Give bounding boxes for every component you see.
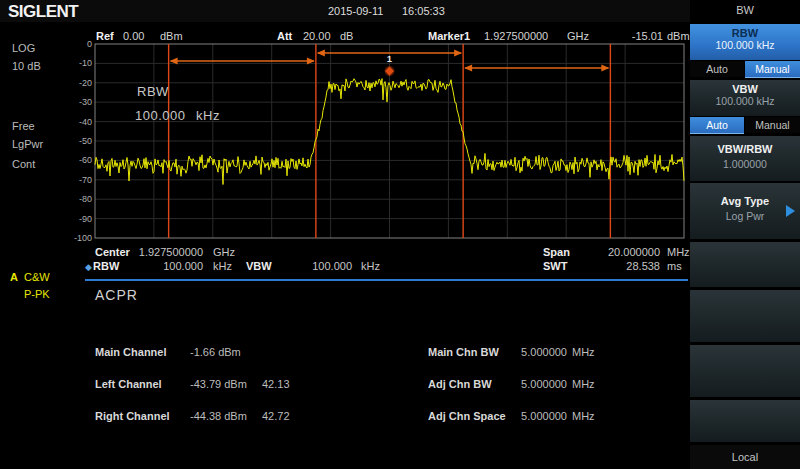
y-axis-label: -40 bbox=[52, 117, 92, 127]
marker-amp-unit: dBm bbox=[667, 30, 690, 42]
section-divider bbox=[85, 279, 688, 281]
marker-freq-unit: GHz bbox=[567, 30, 589, 42]
center-freq-label: Center bbox=[95, 246, 130, 258]
vbw-footer-value: 100.000 bbox=[280, 260, 352, 272]
att-value: 20.00 bbox=[303, 30, 331, 42]
spectrum-plot: 1 bbox=[0, 0, 800, 469]
ref-value: 0.00 bbox=[123, 30, 144, 42]
rbw-plot-annotation-value: 100.000 bbox=[135, 108, 186, 123]
y-axis-label: -100 bbox=[52, 233, 92, 243]
rbw-plot-annotation-label: RBW bbox=[137, 84, 169, 99]
rbw-footer-value: 100.000 bbox=[130, 260, 203, 272]
y-axis-label: 0 bbox=[52, 39, 92, 49]
swt-label: SWT bbox=[543, 260, 567, 272]
rbw-coupled-icon: ◆ bbox=[85, 262, 92, 272]
y-axis-label: -60 bbox=[52, 155, 92, 165]
att-label: Att bbox=[277, 30, 292, 42]
marker-readout-label: Marker1 bbox=[428, 30, 470, 42]
center-freq-unit: GHz bbox=[213, 246, 235, 258]
marker-freq-value: 1.927500000 bbox=[484, 30, 548, 42]
ref-unit: dBm bbox=[160, 30, 183, 42]
y-axis-label: -50 bbox=[52, 136, 92, 146]
ref-label: Ref bbox=[96, 30, 114, 42]
att-unit: dB bbox=[340, 30, 353, 42]
span-unit: MHz bbox=[667, 246, 690, 258]
center-freq-value: 1.927500000 bbox=[130, 246, 203, 258]
spectrum-analyzer-screen: SIGLENT 2015-09-11 16:05:33 LOG 10 dB Fr… bbox=[0, 0, 800, 469]
vbw-footer-unit: kHz bbox=[361, 260, 380, 272]
rbw-footer-unit: kHz bbox=[213, 260, 232, 272]
y-axis-label: -10 bbox=[52, 58, 92, 68]
vbw-footer-label: VBW bbox=[246, 260, 272, 272]
marker-amp-value: -15.01 bbox=[600, 30, 663, 42]
y-axis-label: -30 bbox=[52, 97, 92, 107]
svg-text:1: 1 bbox=[387, 53, 393, 64]
y-axis-label: -20 bbox=[52, 78, 92, 88]
y-axis-label: -70 bbox=[52, 175, 92, 185]
rbw-footer-label: RBW bbox=[93, 260, 119, 272]
y-axis-label: -80 bbox=[52, 194, 92, 204]
rbw-plot-annotation-unit: kHz bbox=[196, 108, 220, 123]
swt-unit: ms bbox=[667, 260, 682, 272]
span-label: Span bbox=[543, 246, 570, 258]
swt-value: 28.538 bbox=[585, 260, 660, 272]
y-axis-label: -90 bbox=[52, 214, 92, 224]
span-value: 20.000000 bbox=[585, 246, 660, 258]
